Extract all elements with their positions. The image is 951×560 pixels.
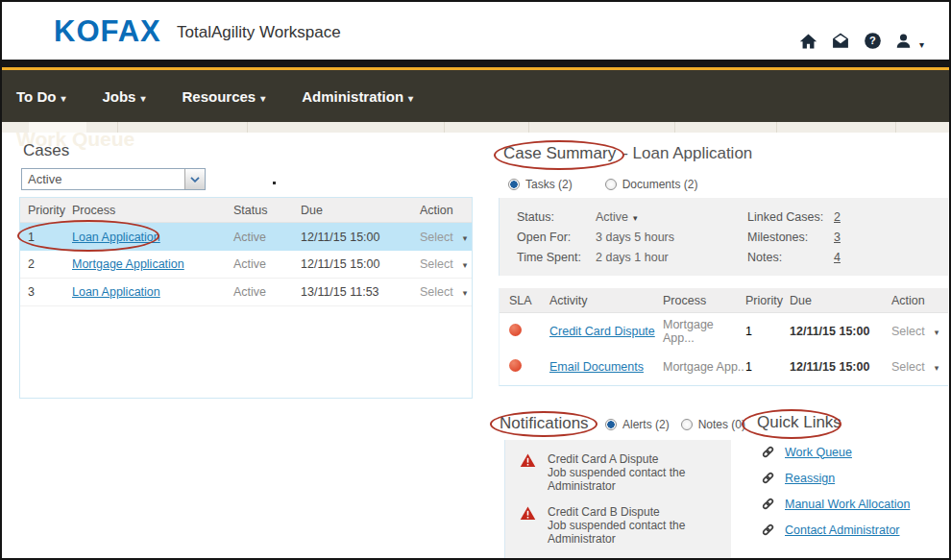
cases-table-header: Priority Process Status Due Action xyxy=(20,198,472,223)
chevron-down-icon: ▾ xyxy=(935,363,939,373)
warning-icon xyxy=(520,505,536,522)
action-select-dropdown[interactable]: Select▾ xyxy=(420,285,472,299)
background-tab-strip xyxy=(2,122,949,133)
column-header-process: Process xyxy=(72,204,233,217)
list-item: Contact Administrator xyxy=(761,523,910,537)
process-link[interactable]: Loan Application xyxy=(72,285,160,299)
cases-filter-dropdown-button[interactable] xyxy=(184,169,205,189)
status-cell: Active xyxy=(233,285,301,299)
list-item: Reassign xyxy=(761,471,910,485)
notes-radio-label: Notes (0) xyxy=(698,418,745,431)
column-header-priority: Priority xyxy=(745,294,790,307)
warning-icon xyxy=(520,452,536,469)
chevron-down-icon: ▾ xyxy=(463,288,468,298)
chevron-down-icon: ▾ xyxy=(463,233,468,243)
documents-radio[interactable] xyxy=(605,179,617,190)
alert-message: Job suspended contact the Administrator xyxy=(548,519,685,546)
table-row[interactable]: 2 Mortgage Application Active 12/11/15 1… xyxy=(20,251,472,279)
quick-link-contact-administrator[interactable]: Contact Administrator xyxy=(785,523,900,537)
nav-item-administration[interactable]: Administration▾ xyxy=(302,88,413,105)
milestones-link[interactable]: 3 xyxy=(834,231,841,244)
action-select-dropdown[interactable]: Select▾ xyxy=(891,360,948,374)
status-value-dropdown[interactable]: Active▾ xyxy=(596,210,638,224)
notes-link[interactable]: 4 xyxy=(834,251,841,264)
notifications-panel: Credit Card A DisputeJob suspended conta… xyxy=(504,440,731,558)
svg-text:?: ? xyxy=(869,35,876,46)
table-row[interactable]: 1 Loan Application Active 12/11/15 15:00… xyxy=(20,223,472,251)
chevron-down-icon: ▾ xyxy=(935,328,939,337)
help-icon[interactable]: ? xyxy=(864,32,882,50)
chevron-down-icon: ▾ xyxy=(61,93,65,104)
process-link[interactable]: Loan Application xyxy=(72,231,160,244)
tasks-radio[interactable] xyxy=(508,179,520,190)
header-icon-group: ? ▾ xyxy=(799,32,924,50)
quick-link-reassign[interactable]: Reassign xyxy=(785,472,835,485)
action-select-dropdown[interactable]: Select▾ xyxy=(891,325,948,338)
page-title: Case Summary xyxy=(503,144,616,163)
priority-cell: 1 xyxy=(28,231,72,244)
column-header-due: Due xyxy=(790,294,891,307)
due-cell: 12/11/15 15:00 xyxy=(790,325,891,338)
table-row[interactable]: Credit Card Dispute Mortgage App... 1 12… xyxy=(500,313,948,349)
activity-link[interactable]: Credit Card Dispute xyxy=(549,325,655,338)
alert-message: Job suspended contact the Administrator xyxy=(548,466,685,493)
due-cell: 12/11/15 15:00 xyxy=(790,360,891,374)
documents-radio-label: Documents (2) xyxy=(622,178,698,191)
action-select-dropdown[interactable]: Select▾ xyxy=(420,231,472,244)
due-cell: 13/11/15 11:53 xyxy=(301,285,420,299)
nav-item-resources[interactable]: Resources▾ xyxy=(182,88,265,105)
action-select-dropdown[interactable]: Select▾ xyxy=(420,257,472,271)
case-name: - Loan Application xyxy=(622,144,752,163)
quick-link-work-queue[interactable]: Work Queue xyxy=(785,446,852,459)
notifications-heading: Notifications xyxy=(500,414,589,433)
home-icon[interactable] xyxy=(799,32,817,50)
case-details-panel: Status: Active▾ Open For: 3 days 5 hours… xyxy=(499,198,948,276)
alert-title: Credit Card B Dispute xyxy=(548,505,660,519)
nav-item-todo[interactable]: To Do▾ xyxy=(16,88,65,105)
process-cell: Mortgage App... xyxy=(663,318,745,345)
case-summary-radio-group: Tasks (2) Documents (2) xyxy=(508,178,697,191)
quick-link-manual-work-allocation[interactable]: Manual Work Allocation xyxy=(785,498,910,511)
app-title: TotalAgility Workspace xyxy=(177,23,341,42)
activity-link[interactable]: Email Documents xyxy=(549,360,644,374)
link-icon xyxy=(761,497,775,511)
user-menu-caret-icon[interactable]: ▾ xyxy=(919,39,924,50)
status-cell: Active xyxy=(233,257,301,271)
process-link[interactable]: Mortgage Application xyxy=(72,257,184,271)
chevron-down-icon: ▾ xyxy=(408,93,413,104)
due-cell: 12/11/15 15:00 xyxy=(301,231,420,244)
column-header-action: Action xyxy=(891,294,948,307)
column-header-sla: SLA xyxy=(509,294,549,307)
quick-links-heading: Quick Links xyxy=(757,413,841,432)
alerts-radio[interactable] xyxy=(605,419,617,430)
list-item: Credit Card B DisputeJob suspended conta… xyxy=(520,505,721,546)
notifications-radio-group: Alerts (2) Notes (0) xyxy=(605,418,745,431)
dot-artifact xyxy=(273,182,276,184)
cases-filter-select[interactable]: Active xyxy=(21,168,206,190)
activities-table: SLA Activity Process Priority Due Action… xyxy=(499,288,948,386)
mail-icon[interactable] xyxy=(830,32,851,50)
milestones-label: Milestones: xyxy=(747,231,808,244)
list-item: Manual Work Allocation xyxy=(761,497,910,511)
column-header-priority: Priority xyxy=(28,204,72,217)
user-icon[interactable] xyxy=(894,32,913,50)
process-cell: Mortgage App.. xyxy=(663,360,745,374)
header-divider xyxy=(2,60,949,67)
link-icon xyxy=(761,471,775,485)
table-row[interactable]: 3 Loan Application Active 13/11/15 11:53… xyxy=(20,279,472,306)
linked-cases-link[interactable]: 2 xyxy=(834,210,841,224)
priority-cell: 3 xyxy=(28,285,72,299)
priority-cell: 2 xyxy=(28,257,72,271)
column-header-process: Process xyxy=(663,294,745,307)
table-row[interactable]: Email Documents Mortgage App.. 1 12/11/1… xyxy=(500,349,948,384)
activities-table-header: SLA Activity Process Priority Due Action xyxy=(500,288,948,313)
time-spent-label: Time Spent: xyxy=(517,251,581,264)
notes-radio[interactable] xyxy=(681,419,693,430)
header-bar: KOFAX TotalAgility Workspace ? ▾ xyxy=(2,2,949,60)
due-cell: 12/11/15 15:00 xyxy=(301,257,420,271)
nav-item-jobs[interactable]: Jobs▾ xyxy=(102,88,145,105)
cases-filter-value: Active xyxy=(22,169,184,189)
kofax-logo: KOFAX xyxy=(54,14,161,49)
app-window: KOFAX TotalAgility Workspace ? ▾ To Do▾ … xyxy=(0,0,951,560)
time-spent-value: 2 days 1 hour xyxy=(596,251,669,264)
